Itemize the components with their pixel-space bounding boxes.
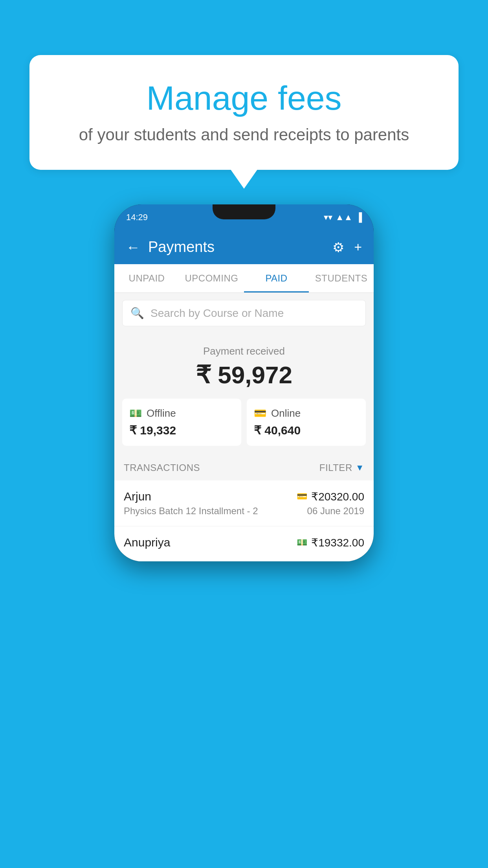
status-time: 14:29 [126,212,148,223]
page-title: Payments [148,239,215,256]
battery-icon: ▐ [356,212,362,223]
app-header: ← Payments ⚙ + [114,230,374,264]
add-button[interactable]: + [354,239,362,255]
search-icon: 🔍 [130,307,144,320]
offline-card-header: 💵 Offline [129,407,234,419]
cash-icon: 💵 [129,407,142,419]
transaction-row[interactable]: Arjun 💳 ₹20320.00 Physics Batch 12 Insta… [114,480,374,526]
speech-bubble: Manage fees of your students and send re… [29,55,459,170]
online-card: 💳 Online ₹ 40,640 [247,399,366,446]
filter-label: FILTER [319,462,352,473]
transaction-date: 06 June 2019 [307,506,364,517]
transaction-name: Arjun [124,490,151,503]
settings-icon[interactable]: ⚙ [332,239,344,255]
offline-card: 💵 Offline ₹ 19,332 [122,399,241,446]
transaction-amount-wrap: 💵 ₹19332.00 [297,536,364,549]
manage-fees-title: Manage fees [61,79,427,118]
search-input[interactable]: Search by Course or Name [150,307,284,320]
payment-mode-icon: 💳 [297,491,307,502]
tab-students[interactable]: STUDENTS [309,264,374,292]
status-bar: 14:29 ▾▾ ▲▲ ▐ [114,204,374,230]
payment-received-label: Payment received [122,345,366,357]
online-label: Online [271,407,301,419]
online-card-header: 💳 Online [254,407,359,419]
wifi-icon: ▾▾ [324,212,332,223]
transaction-bottom: Physics Batch 12 Installment - 2 06 June… [124,506,364,517]
transaction-course: Physics Batch 12 Installment - 2 [124,506,258,517]
transaction-top: Arjun 💳 ₹20320.00 [124,490,364,503]
transactions-label: TRANSACTIONS [124,462,200,473]
payment-mode-icon: 💵 [297,537,307,548]
phone-wrapper: 14:29 ▾▾ ▲▲ ▐ ← Payments ⚙ + [114,204,374,561]
tab-paid[interactable]: PAID [244,264,309,292]
filter-button[interactable]: FILTER ▼ [319,462,364,473]
transaction-row[interactable]: Anupriya 💵 ₹19332.00 [114,526,374,561]
payment-total-amount: ₹ 59,972 [122,360,366,389]
header-right: ⚙ + [332,239,362,255]
transaction-amount: ₹19332.00 [311,536,364,549]
speech-bubble-container: Manage fees of your students and send re… [29,55,459,170]
status-icons: ▾▾ ▲▲ ▐ [324,212,362,223]
transaction-top: Anupriya 💵 ₹19332.00 [124,536,364,549]
phone-screen: 14:29 ▾▾ ▲▲ ▐ ← Payments ⚙ + [114,204,374,561]
tabs: UNPAID UPCOMING PAID STUDENTS [114,264,374,293]
signal-icon: ▲▲ [336,212,353,223]
phone: 14:29 ▾▾ ▲▲ ▐ ← Payments ⚙ + [114,204,374,561]
manage-fees-subtitle: of your students and send receipts to pa… [61,125,427,144]
online-amount: ₹ 40,640 [254,423,359,437]
transaction-amount-wrap: 💳 ₹20320.00 [297,490,364,503]
offline-amount: ₹ 19,332 [129,423,234,437]
payment-summary: Payment received ₹ 59,972 💵 Offline ₹ 19… [114,333,374,455]
filter-icon: ▼ [356,463,364,473]
offline-label: Offline [147,407,176,419]
card-icon: 💳 [254,407,266,419]
tab-unpaid[interactable]: UNPAID [114,264,179,292]
tab-upcoming[interactable]: UPCOMING [179,264,244,292]
search-container: 🔍 Search by Course or Name [114,293,374,333]
header-left: ← Payments [126,239,215,256]
transaction-name: Anupriya [124,536,170,549]
transactions-header: TRANSACTIONS FILTER ▼ [114,455,374,480]
search-bar[interactable]: 🔍 Search by Course or Name [122,300,366,326]
transaction-amount: ₹20320.00 [311,490,364,503]
back-button[interactable]: ← [126,239,140,256]
payment-cards: 💵 Offline ₹ 19,332 💳 Online ₹ 40,640 [122,399,366,446]
